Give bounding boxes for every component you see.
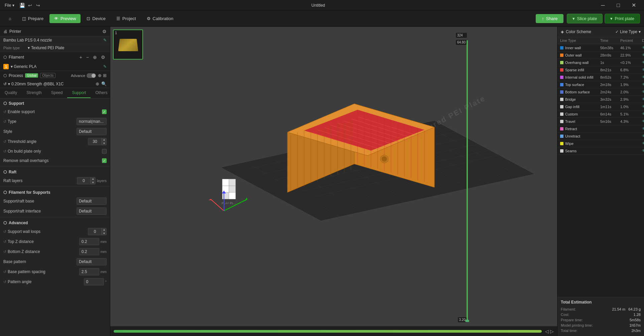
print-plate-button[interactable]: ▾ Print plate [605, 14, 640, 23]
device-button[interactable]: ⊡ Device [82, 14, 110, 23]
support-raft-base-select[interactable]: Default [77, 197, 107, 205]
base-pattern-spacing-input[interactable] [79, 268, 99, 275]
spacing-reset[interactable]: ↺ [3, 270, 6, 274]
lt-row-eye[interactable]: 👁 [642, 148, 644, 153]
remove-filament-button[interactable]: − [85, 54, 90, 61]
printer-edit-icon[interactable]: ✎ [103, 38, 107, 43]
raft-up[interactable]: ▲ [91, 177, 95, 181]
lt-row-eye[interactable]: 👁 [642, 89, 644, 94]
lt-row-eye[interactable]: 👁 [642, 134, 644, 139]
type-reset-icon[interactable]: ↺ [3, 119, 6, 124]
lt-row-eye[interactable]: 👁 [642, 67, 644, 72]
filament-name[interactable]: ▾ Generic PLA [11, 64, 101, 69]
lt-row-eye[interactable]: 👁 [642, 53, 644, 58]
spinner-down[interactable]: ▼ [102, 142, 106, 145]
filament-edit-icon[interactable]: ✎ [103, 64, 107, 69]
save-icon[interactable]: 💾 [19, 2, 25, 8]
close-button[interactable]: ✕ [626, 0, 641, 11]
on-build-plate-checkbox[interactable] [102, 149, 107, 154]
filament-settings-icon[interactable]: ⚙ [100, 54, 107, 61]
wall-loops-down[interactable]: ▼ [102, 232, 106, 235]
enable-support-reset-icon[interactable]: ↺ [3, 110, 6, 114]
settings-scroll[interactable]: ⬡ Support ↺ Enable support ✓ ↺ Type [0, 98, 110, 336]
lt-row-eye[interactable]: 👁 [642, 75, 644, 80]
top-z-dist-input[interactable] [79, 238, 99, 245]
add-filament-button[interactable]: + [78, 54, 84, 61]
tab-quality[interactable]: Quality [0, 88, 22, 98]
on-build-reset-icon[interactable]: ↺ [3, 149, 6, 154]
threshold-reset-icon[interactable]: ↺ [3, 140, 6, 144]
base-pattern-spacing-value: mm [79, 268, 107, 275]
file-menu[interactable]: File ▾ [3, 2, 16, 8]
lt-row-eye[interactable]: 👁 [642, 104, 644, 109]
support-raft-iface-select[interactable]: Default [77, 207, 107, 215]
lt-row-eye[interactable]: 👁 [642, 60, 644, 65]
undo-icon[interactable]: ↩ [27, 2, 33, 8]
bottom-z-dist-input[interactable] [79, 248, 99, 255]
lt-row-eye[interactable]: 👁 [642, 45, 644, 50]
advanced-section-header[interactable]: ⬡ Advanced [0, 218, 110, 227]
lt-row-eye[interactable]: 👁 [642, 141, 644, 146]
support-section-icon: ⬡ [3, 101, 7, 106]
minimize-button[interactable]: ─ [595, 0, 611, 11]
lt-row-eye[interactable]: 👁 [642, 82, 644, 87]
plate-thumbnail[interactable]: 1 [113, 29, 143, 60]
profile-name[interactable]: ↺ ▾ 0.20mm Strength @BBL X1C [3, 82, 94, 86]
base-pattern-label: Base pattern [3, 259, 77, 264]
3d-viewport[interactable]: 1 [110, 27, 557, 336]
slice-plate-button[interactable]: ▾ Slice plate [567, 14, 603, 23]
tab-speed[interactable]: Speed [46, 88, 68, 98]
plate-type-value[interactable]: ▾ Textured PEI Plate [28, 46, 64, 50]
filament-supports-header[interactable]: ⬡ Filament for Supports [0, 187, 110, 196]
profile-save-icon[interactable]: ⊕ [96, 81, 99, 86]
tab-others[interactable]: Others [91, 88, 110, 98]
process-copy-icon[interactable]: ⊕ [98, 73, 102, 78]
raft-down[interactable]: ▼ [91, 181, 95, 184]
lt-row-color [560, 46, 563, 50]
objects-badge[interactable]: Objects [40, 73, 55, 78]
style-select[interactable]: Default [77, 128, 107, 135]
redo-icon[interactable]: ↪ [35, 2, 41, 8]
raft-layers-spinner[interactable]: 0 ▲ ▼ [77, 177, 96, 184]
wall-loops-reset[interactable]: ↺ [3, 230, 6, 234]
spinner-up[interactable]: ▲ [102, 138, 106, 142]
maximize-button[interactable]: □ [611, 0, 626, 11]
prepare-button[interactable]: ◫ Prepare [17, 14, 48, 23]
advance-switch[interactable] [87, 73, 96, 78]
remove-small-checkbox[interactable]: ✓ [102, 158, 107, 163]
raft-section-header[interactable]: ⬡ Raft [0, 167, 110, 176]
global-badge[interactable]: Global [25, 73, 38, 78]
printer-settings-icon[interactable]: ⚙ [102, 29, 107, 34]
share-icon: ↑ [542, 16, 544, 21]
home-button[interactable]: ⌂ [4, 14, 16, 23]
profile-search-icon[interactable]: 🔍 [101, 81, 107, 86]
lt-row-eye[interactable]: 👁 [642, 97, 644, 102]
base-pattern-select[interactable]: Default [77, 258, 107, 265]
tab-strength[interactable]: Strength [22, 88, 46, 98]
process-grid-icon[interactable]: ⊞ [103, 73, 107, 78]
bottom-z-reset[interactable]: ↺ [3, 250, 6, 254]
top-z-reset[interactable]: ↺ [3, 240, 6, 244]
angle-reset[interactable]: ↺ [3, 280, 6, 284]
lt-row-eye[interactable]: 👁 [642, 111, 644, 116]
next-layer-button[interactable]: ▷ [550, 329, 554, 334]
enable-support-checkbox[interactable]: ✓ [102, 109, 107, 114]
lt-row-eye[interactable]: 👁 [642, 119, 644, 124]
layer-slider[interactable] [465, 27, 470, 325]
support-section-header[interactable]: ⬡ Support [0, 98, 110, 107]
tab-support[interactable]: Support [67, 88, 91, 98]
pattern-angle-input[interactable] [84, 278, 104, 285]
preview-button[interactable]: 👁 Preview [49, 14, 81, 23]
lt-row-eye[interactable]: 👁 [642, 126, 644, 131]
filament-copy-icon[interactable]: ⊕ [92, 54, 98, 61]
threshold-angle-spinner[interactable]: 30 ▲ ▼ [88, 138, 107, 145]
wall-loops-up[interactable]: ▲ [102, 228, 106, 232]
line-type-dropdown[interactable]: ✓ Line Type ▾ [615, 29, 641, 34]
prev-layer-button[interactable]: ◁ [545, 329, 549, 334]
project-button[interactable]: ☰ Project [112, 14, 140, 23]
wall-loops-spinner[interactable]: 0 ▲ ▼ [88, 228, 107, 235]
layers-icon[interactable]: ≡ [466, 318, 469, 324]
calibration-button[interactable]: ⚙ Calibration [142, 14, 178, 23]
type-select[interactable]: normal(man... [77, 118, 107, 125]
share-button[interactable]: ↑ Share [536, 14, 563, 23]
